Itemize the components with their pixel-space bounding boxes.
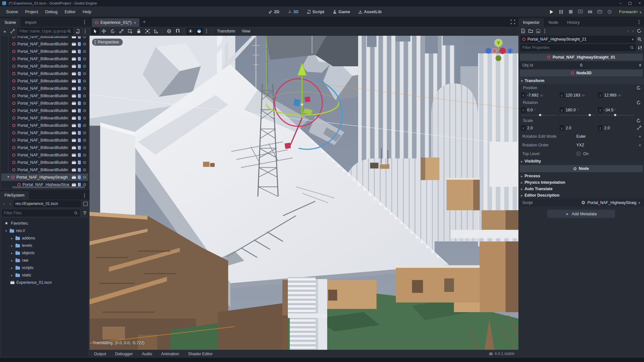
open-instanced-scene-icon[interactable] xyxy=(72,65,76,68)
file-name[interactable]: levels xyxy=(22,243,32,248)
scene-tab-experience[interactable]: Experience_01(*) × xyxy=(92,18,139,27)
file-tree-item[interactable]: scripts xyxy=(1,264,88,271)
node-name[interactable]: Portal_NAF_BillboardBuildin xyxy=(17,71,72,76)
visibility-eye-icon[interactable] xyxy=(83,123,86,127)
visibility-eye-icon[interactable] xyxy=(83,145,86,150)
visibility-eye-icon[interactable] xyxy=(83,42,86,46)
scene-tree-row[interactable]: Portal_NAF_BillboardBuildin xyxy=(1,166,88,173)
node-name[interactable]: Portal_NAF_BillboardBuildin xyxy=(17,108,72,113)
scene-tree-row[interactable]: Portal_NAF_BillboardBuildin xyxy=(1,36,88,40)
file-name[interactable]: res:// xyxy=(16,228,25,233)
list-select-button[interactable] xyxy=(126,28,134,35)
node-name[interactable]: Portal_NAF_BillboardBuildin xyxy=(17,116,72,120)
scene-tree-row[interactable]: Portal_NAF_BillboardBuildin xyxy=(1,55,88,62)
close-button[interactable]: × xyxy=(639,1,641,5)
visibility-eye-icon[interactable] xyxy=(83,49,86,53)
filter-files-input[interactable]: Filter Files xyxy=(2,209,80,217)
sort-files-icon[interactable] xyxy=(82,210,88,216)
visibility-eye-icon[interactable] xyxy=(83,138,86,142)
node-name[interactable]: Portal_NAF_BillboardBuildin xyxy=(17,36,72,39)
top-level-checkbox[interactable] xyxy=(576,152,581,156)
link-scale-icon[interactable] xyxy=(637,125,641,130)
visibility-eye-icon[interactable] xyxy=(83,168,86,172)
axis-y-label[interactable]: Y xyxy=(497,41,500,45)
filesystem-tree[interactable]: Favorites: res:// addons levels xyxy=(1,218,88,357)
file-name[interactable]: addons xyxy=(22,236,35,240)
script-icon[interactable] xyxy=(78,138,81,142)
node-name[interactable]: Portal_NAF_BillboardBuildin xyxy=(17,145,72,150)
tab-inspector[interactable]: Inspector xyxy=(518,18,544,27)
transform-menu[interactable]: Transform xyxy=(214,29,239,33)
file-name[interactable]: static xyxy=(22,273,31,277)
scene-tree-row[interactable]: Portal_NAF_BillboardBuildin xyxy=(1,85,88,92)
revert-icon[interactable] xyxy=(636,118,641,123)
visibility-eye-icon[interactable] xyxy=(83,116,86,120)
tab-game[interactable]: Game xyxy=(330,9,353,14)
file-name[interactable]: objects xyxy=(22,251,35,255)
rotation-values[interactable]: x0.0° y180.0° z-34.5° xyxy=(518,106,644,114)
open-instanced-scene-icon[interactable] xyxy=(72,102,76,105)
node-section-header[interactable]: Node xyxy=(520,165,643,172)
script-icon[interactable] xyxy=(78,64,81,68)
file-name[interactable]: Favorites: xyxy=(11,221,29,226)
visibility-eye-icon[interactable] xyxy=(83,131,86,135)
open-instanced-scene-icon[interactable] xyxy=(72,50,76,53)
scene-tree-row[interactable]: Portal_NAF_BillboardBuildin xyxy=(1,136,88,144)
panel-menu-icon[interactable] xyxy=(84,22,85,23)
axis-x-label[interactable]: X xyxy=(494,49,496,53)
bottom-panel-button[interactable]: Audio xyxy=(142,352,152,356)
scene-tree-row[interactable]: Portal_NAF_BillboardBuildin xyxy=(1,159,88,166)
file-tree-item[interactable]: addons xyxy=(1,234,88,242)
node-name[interactable]: Portal_NAF_BillboardBuildin xyxy=(17,57,72,61)
node-name[interactable]: Portal_NAF_BillboardBuildin xyxy=(17,160,72,165)
visibility-eye-icon[interactable] xyxy=(83,101,86,105)
history-forward-icon[interactable]: › xyxy=(632,28,634,33)
resource-section-header[interactable]: Portal_NAF_HighwayStraight_01 xyxy=(520,54,643,61)
file-tree-item[interactable]: levels xyxy=(1,242,88,249)
visibility-section[interactable]: Visibility xyxy=(518,158,644,164)
tab-history[interactable]: History xyxy=(563,18,584,27)
menu-item[interactable]: Project xyxy=(22,9,42,14)
tab-script[interactable]: Script xyxy=(304,9,327,14)
tab-assetlib[interactable]: AssetLib xyxy=(355,9,384,14)
select-mode-button[interactable] xyxy=(91,28,99,35)
script-icon[interactable] xyxy=(78,175,81,179)
collapsed-section[interactable]: Process xyxy=(518,173,644,179)
open-docs-icon[interactable] xyxy=(637,37,642,42)
scene-filter-input[interactable]: Filter: name, t:type, g:group xyxy=(17,28,73,35)
open-instanced-scene-icon[interactable] xyxy=(72,168,76,172)
node-name[interactable]: Portal_NAF_BillboardBuildin xyxy=(17,123,72,128)
open-instanced-scene-icon[interactable] xyxy=(72,146,76,149)
script-icon[interactable] xyxy=(78,36,81,39)
scene-tree-row[interactable]: Portal_NAF_BillboardBuildin xyxy=(1,70,88,77)
visibility-eye-icon[interactable] xyxy=(83,57,86,61)
local-space-button[interactable] xyxy=(165,28,173,35)
open-instanced-scene-icon[interactable] xyxy=(72,131,76,135)
menu-item[interactable]: Editor xyxy=(61,9,79,14)
scene-tree-menu-icon[interactable] xyxy=(85,31,86,32)
open-instanced-scene-icon[interactable] xyxy=(72,116,76,120)
open-instanced-scene-icon[interactable] xyxy=(72,94,76,97)
scene-tree-row[interactable]: Portal_NAF_BillboardBuildin xyxy=(1,48,88,55)
visibility-eye-icon[interactable] xyxy=(83,153,86,157)
revert-icon[interactable] xyxy=(636,100,641,105)
scene-tree-row[interactable]: Portal_NAF_BillboardBuildin xyxy=(1,151,88,159)
scene-tree-row[interactable]: Portal_NAF_BillboardBuildin xyxy=(1,114,88,122)
file-tree-item[interactable]: Experience_01.tscn xyxy=(1,279,88,286)
collapsed-section[interactable]: Physics Interpolation xyxy=(518,179,644,186)
scene-tree-row[interactable]: Portal_NAF_BillboardBuildin xyxy=(1,40,88,48)
tab-import[interactable]: Import xyxy=(20,18,41,27)
script-icon[interactable] xyxy=(78,57,81,61)
node-name[interactable]: Portal_NAF_BillboardBuildin xyxy=(17,131,72,135)
script-icon[interactable] xyxy=(78,116,81,120)
tab-scene[interactable]: Scene xyxy=(0,18,20,27)
folder-chevron-icon[interactable] xyxy=(5,228,8,233)
node3d-section-header[interactable]: Node3D xyxy=(520,70,643,77)
scene-tree-row[interactable]: Portal_NAF_BillboardBuildin xyxy=(1,122,88,129)
visibility-eye-icon[interactable] xyxy=(83,108,86,113)
filesystem-menu-icon[interactable] xyxy=(84,195,85,196)
node-selector[interactable]: Portal_NAF_HighwayStraight_21 xyxy=(520,36,636,43)
file-tree-item[interactable]: objects xyxy=(1,249,88,256)
folder-chevron-icon[interactable] xyxy=(10,265,14,270)
open-instanced-scene-icon[interactable] xyxy=(72,87,76,90)
